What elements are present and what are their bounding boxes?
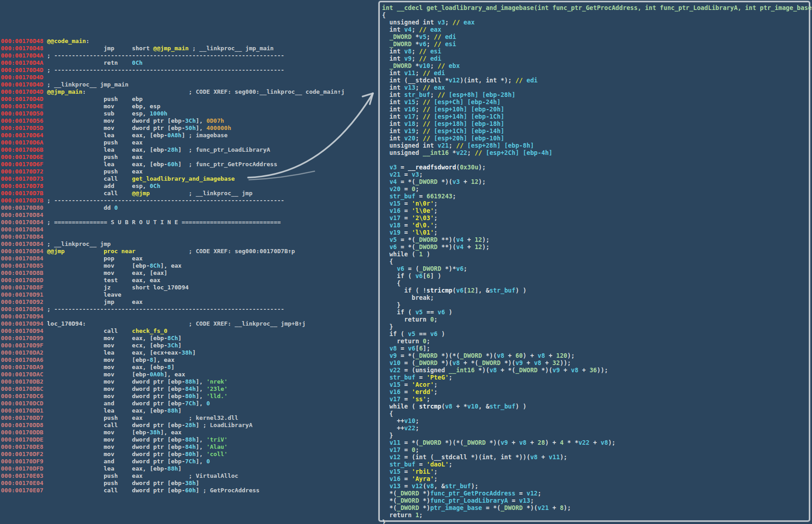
pseudo-line[interactable]: v3 = __readfsdword(0x30u); bbox=[382, 163, 809, 171]
asm-line[interactable]: 000:00170D78 add esp, 0Ch bbox=[1, 183, 344, 190]
asm-line[interactable]: 000:00170D84 pop eax bbox=[1, 255, 344, 262]
pseudo-line[interactable]: _DWORD *v6; // esi bbox=[382, 40, 809, 48]
pseudo-line[interactable]: v11 = *(_DWORD *)(*(_DWORD *)(v9 + v8 + … bbox=[382, 439, 809, 446]
asm-line[interactable]: 000:00170DDB mov [ebp-38h], eax bbox=[1, 429, 344, 436]
asm-line[interactable]: 000:00170D94 ; -------------------------… bbox=[1, 306, 344, 313]
pseudo-line[interactable]: { bbox=[382, 258, 809, 265]
pseudo-line[interactable]: unsigned __int16 *v22; // [esp+2Ch] [ebp… bbox=[382, 149, 809, 156]
asm-line[interactable]: 000:00170DFD lea eax, [ebp-88h] bbox=[1, 465, 344, 472]
asm-line[interactable]: 000:00170D94 loc_170D94: ; CODE XREF: __… bbox=[1, 320, 344, 327]
pseudo-line[interactable]: int v8; // esi bbox=[382, 48, 809, 55]
asm-line[interactable]: 000:00170DAC mov [ebp-0A0h], eax bbox=[1, 371, 344, 378]
pseudo-line[interactable]: return 0; bbox=[382, 316, 809, 323]
pseudo-line[interactable]: int v17; // [esp+14h] [ebp-1Ch] bbox=[382, 113, 809, 120]
pseudo-line[interactable]: int v4; // eax bbox=[382, 26, 809, 33]
pseudo-line[interactable]: v21 = v3; bbox=[382, 171, 809, 178]
pseudo-line[interactable]: if ( v6[6] ) bbox=[382, 272, 809, 279]
asm-line[interactable]: 000:00170DF2 mov dword ptr [ebp-80h], 'c… bbox=[1, 451, 344, 458]
pseudo-line[interactable]: } bbox=[382, 519, 809, 524]
asm-line[interactable]: 000:00170D6A push eax bbox=[1, 139, 344, 146]
pseudo-line[interactable]: int v15; // [esp+Ch] [ebp-24h] bbox=[382, 98, 809, 106]
asm-line[interactable]: 000:00170DD7 push eax ; kernel32.dll bbox=[1, 414, 344, 422]
pseudo-line[interactable]: _DWORD *v5; // edi bbox=[382, 33, 809, 40]
asm-line[interactable]: 000:00170D48 @@code_main: bbox=[1, 38, 344, 45]
pseudo-line[interactable]: while ( 1 ) bbox=[382, 250, 809, 258]
pseudo-line[interactable]: } bbox=[382, 301, 809, 308]
asm-line[interactable]: 000:00170D4E mov ebp, esp bbox=[1, 103, 344, 110]
asm-line[interactable]: 000:00170D8D test eax, eax bbox=[1, 277, 344, 284]
asm-line[interactable]: 000:00170DBC mov dword ptr [ebp-84h], '2… bbox=[1, 385, 344, 393]
pseudo-line[interactable]: { bbox=[382, 410, 809, 417]
pseudo-line[interactable]: } bbox=[382, 432, 809, 439]
asm-line[interactable]: 000:00170DD1 lea eax, [ebp-88h] bbox=[1, 407, 344, 414]
asm-line[interactable]: 000:00170D85 mov [ebp-8Ch], eax bbox=[1, 262, 344, 269]
pseudo-line[interactable]: v16 = 'erdd'; bbox=[382, 388, 809, 395]
asm-line[interactable]: 000:00170D84 ; __linkproc__ jmp bbox=[1, 240, 344, 248]
pseudo-line[interactable]: v17 = 'ss'; bbox=[382, 395, 809, 403]
pseudo-line[interactable]: int str_buf; // [esp+8h] [ebp-28h] bbox=[382, 91, 809, 98]
pseudo-line[interactable]: ++v10; bbox=[382, 417, 809, 424]
asm-line[interactable]: 000:00170D84 @@jmp proc near ; CODE XREF… bbox=[1, 248, 344, 255]
pseudo-line[interactable]: return 1; bbox=[382, 511, 809, 519]
pseudo-line[interactable]: { bbox=[382, 279, 809, 287]
pseudo-line[interactable]: v15 = 'n\0r'; bbox=[382, 200, 809, 207]
asm-line[interactable]: 000:00170DDE mov dword ptr [ebp-88h], 't… bbox=[1, 436, 344, 443]
asm-line[interactable]: 000:00170E03 push eax ; VirtualAlloc bbox=[1, 472, 344, 480]
asm-line[interactable]: 000:00170D94 call check_fs_0 bbox=[1, 327, 344, 335]
pseudo-line[interactable]: int v20; // [esp+20h] [ebp-10h] bbox=[382, 135, 809, 142]
asm-line[interactable]: 000:00170D8B mov eax, [eax] bbox=[1, 269, 344, 277]
asm-line[interactable]: 000:00170D7B ; -------------------------… bbox=[1, 197, 344, 204]
asm-line[interactable]: 000:00170D6F lea eax, [ebp-60h] ; func_p… bbox=[1, 161, 344, 168]
pseudo-line[interactable]: v15 = 'Acor'; bbox=[382, 381, 809, 388]
pseudo-line[interactable]: } bbox=[382, 323, 809, 330]
asm-line[interactable]: 000:00170D92 jmp eax bbox=[1, 298, 344, 306]
asm-line[interactable]: 000:00170D6E push eax bbox=[1, 154, 344, 161]
pseudo-line[interactable]: v6 = (_DWORD *)*v6; bbox=[382, 265, 809, 272]
pseudo-line[interactable]: *(_DWORD *)func_ptr_LoadLibraryA = v13; bbox=[382, 497, 809, 504]
pseudo-line[interactable]: str_buf = 'daoL'; bbox=[382, 461, 809, 468]
asm-line[interactable]: 000:00170D99 mov eax, [ebp-8Ch] bbox=[1, 335, 344, 342]
asm-line[interactable]: 000:00170E07 call dword ptr [ebp-60h] ; … bbox=[1, 487, 344, 494]
asm-line[interactable]: 000:00170D4D ; __linkproc__ jmp_main bbox=[1, 81, 344, 88]
asm-line[interactable]: 000:00170D6B lea eax, [ebp-28h] ; func_p… bbox=[1, 146, 344, 154]
pseudo-line[interactable]: int v18; // [esp+18h] [ebp-18h] bbox=[382, 120, 809, 127]
pseudo-line[interactable]: int v11; // edi bbox=[382, 69, 809, 77]
pseudo-line[interactable]: *(_DWORD *)func_ptr_GetProcAddress = v12… bbox=[382, 490, 809, 497]
pseudo-line[interactable]: { bbox=[382, 11, 809, 19]
pseudo-line[interactable]: v15 = 'rbiL'; bbox=[382, 468, 809, 475]
asm-line[interactable]: 000:00170D84 ; =============== S U B R O… bbox=[1, 219, 344, 226]
asm-line[interactable]: 000:00170DA9 mov eax, [ebp-8] bbox=[1, 364, 344, 371]
asm-line[interactable]: 000:00170DF9 and dword ptr [ebp-7Ch], 0 bbox=[1, 458, 344, 465]
pseudo-line[interactable]: int v19; // [esp+1Ch] [ebp-14h] bbox=[382, 127, 809, 135]
pseudo-line[interactable]: v16 = 'l\0e'; bbox=[382, 207, 809, 214]
pseudo-line[interactable]: break; bbox=[382, 294, 809, 301]
pseudo-line[interactable]: _DWORD *v10; // ebx bbox=[382, 62, 809, 69]
pseudo-line[interactable]: int v13; // eax bbox=[382, 84, 809, 91]
asm-line[interactable]: 000:00170D4D @@jmp_main: ; CODE XREF: se… bbox=[1, 88, 344, 96]
asm-line[interactable]: 000:00170DB2 mov dword ptr [ebp-88h], 'n… bbox=[1, 378, 344, 385]
asm-line[interactable]: 000:00170D5D mov dword ptr [ebp-50h], 40… bbox=[1, 125, 344, 132]
asm-line[interactable]: 000:00170DC6 mov dword ptr [ebp-80h], 'l… bbox=[1, 393, 344, 400]
pseudo-line[interactable]: if ( !stricmp(v6[12], &str_buf) ) bbox=[382, 287, 809, 294]
asm-line[interactable]: 000:00170D80 dd 0 bbox=[1, 204, 344, 212]
pseudo-line[interactable]: v17 = '2\03'; bbox=[382, 214, 809, 221]
asm-line[interactable]: 000:00170D91 leave bbox=[1, 291, 344, 298]
pseudo-line[interactable]: int (__stdcall *v12)(int, int *); // edi bbox=[382, 77, 809, 84]
pseudo-line[interactable]: v12 = (int (__stdcall *)(int, int *))(v8… bbox=[382, 453, 809, 461]
asm-line[interactable]: 000:00170D4D ; -------------------------… bbox=[1, 67, 344, 74]
pseudo-line[interactable]: v22 = (unsigned __int16 *)(v8 + *(_DWORD… bbox=[382, 366, 809, 374]
pseudo-line[interactable]: v10 = (_DWORD *)(v8 + *(_DWORD *)(v9 + v… bbox=[382, 359, 809, 366]
pseudo-line[interactable]: while ( strcmp(v8 + *v10, &str_buf) ) bbox=[382, 403, 809, 410]
asm-line[interactable]: 000:00170D84 bbox=[1, 212, 344, 219]
pseudo-line[interactable]: v18 = 'd\0.'; bbox=[382, 221, 809, 229]
asm-line[interactable]: 000:00170D7B call @@jmp ; __linkproc__ j… bbox=[1, 190, 344, 197]
pseudo-line[interactable]: if ( v5 == v6 ) bbox=[382, 330, 809, 337]
asm-line[interactable]: 000:00170DD8 call dword ptr [ebp-28h] ; … bbox=[1, 422, 344, 429]
pseudo-line[interactable]: *(_DWORD *)ptr_image_base = *(_DWORD *)(… bbox=[382, 504, 809, 511]
pseudo-line[interactable]: v16 = 'Ayra'; bbox=[382, 475, 809, 482]
pseudo-line[interactable]: v19 = 'l\01'; bbox=[382, 229, 809, 236]
asm-line[interactable]: 000:00170D4A retn 0Ch bbox=[1, 59, 344, 67]
pseudo-line[interactable]: v8 = v6[6]; bbox=[382, 345, 809, 352]
pseudo-line[interactable]: unsigned int v21; // [esp+28h] [ebp-8h] bbox=[382, 142, 809, 149]
asm-line[interactable]: 000:00170DA6 mov [ebp-8], eax bbox=[1, 356, 344, 364]
